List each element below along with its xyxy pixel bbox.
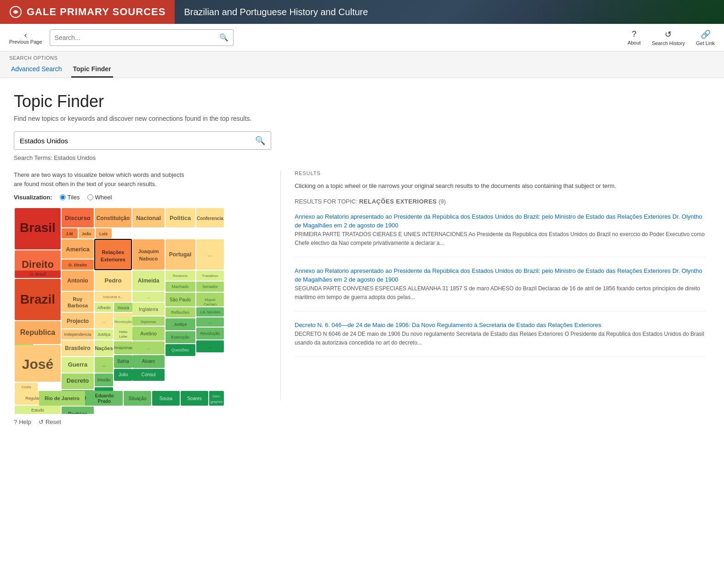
svg-text:Nabuco: Nabuco — [139, 256, 158, 261]
svg-text:Industria e...: Industria e... — [103, 295, 123, 299]
svg-text:Projecto: Projecto — [67, 318, 89, 324]
result-excerpt: SEGUNDA PARTE CONVENES ESPECIAES ALLEMAN… — [295, 284, 706, 302]
tab-topic-finder[interactable]: Topic Finder — [71, 62, 113, 78]
svg-text:...: ... — [102, 362, 106, 368]
result-excerpt: DECRETO N 6046 de 24 DE maio de 1906 Du … — [295, 330, 706, 347]
tiles-radio[interactable] — [60, 194, 66, 200]
result-title-link[interactable]: Annexo ao Relatorio apresentado ao Presi… — [295, 213, 702, 229]
svg-text:Souza: Souza — [117, 305, 129, 310]
help-icon: ? — [14, 418, 17, 425]
svg-text:Antonio: Antonio — [67, 277, 88, 284]
results-label: RESULTS — [295, 170, 710, 176]
svg-text:Julio: Julio — [119, 372, 128, 377]
get-link-label: Get Link — [696, 40, 715, 46]
about-button[interactable]: ? About — [627, 29, 641, 45]
two-column-layout: There are two ways to visualize below wh… — [14, 170, 710, 425]
svg-text:...: ... — [208, 344, 212, 349]
svg-text:Portugal: Portugal — [169, 251, 192, 258]
svg-text:Eduardo: Eduardo — [95, 393, 114, 398]
gale-logo: GALE PRIMARY SOURCES — [0, 0, 175, 24]
result-excerpt: PRIMEIRA PARTE TRATADOS CtERAES E UNIES … — [295, 230, 706, 248]
svg-text:Missão: Missão — [97, 378, 111, 382]
results-scroll-area[interactable]: Annexo ao Relatorio apresentado ao Presi… — [295, 212, 710, 367]
tiles-radio-label[interactable]: Tiles — [60, 194, 80, 201]
topic-search-box: 🔍 — [14, 131, 271, 150]
svg-text:...: ... — [147, 345, 150, 350]
svg-text:Barbosa: Barbosa — [68, 303, 88, 308]
svg-text:Prado: Prado — [98, 399, 111, 404]
reset-icon: ↺ — [39, 418, 44, 425]
svg-rect-29 — [132, 239, 165, 270]
svg-text:Helio: Helio — [119, 330, 128, 334]
svg-text:Nações: Nações — [95, 345, 113, 351]
main-search-box: 🔍 — [50, 29, 234, 46]
main-search-button[interactable]: 🔍 — [215, 33, 233, 42]
prev-page-button[interactable]: ‹ Previous Page — [9, 31, 42, 45]
reset-link[interactable]: ↺ Reset — [39, 418, 61, 425]
banner-title-area: Brazilian and Portuguese History and Cul… — [175, 0, 724, 24]
toolbar: ‹ Previous Page 🔍 ? About ↺ Search Histo… — [0, 24, 724, 51]
main-search-input[interactable] — [50, 34, 215, 41]
svg-text:Direito: Direito — [22, 259, 54, 270]
svg-text:Inglaterra: Inglaterra — [139, 307, 159, 312]
link-icon: 🔗 — [701, 29, 711, 40]
svg-text:...: ... — [102, 319, 106, 324]
svg-text:Machado: Machado — [171, 284, 188, 289]
left-panel: There are two ways to visualize below wh… — [14, 170, 280, 425]
chevron-left-icon: ‹ — [24, 31, 27, 39]
svg-text:Justiça: Justiça — [97, 332, 110, 337]
panel-footer: ? Help ↺ Reset — [14, 418, 271, 425]
svg-text:Independencia: Independencia — [64, 332, 91, 337]
visualization-label: Visualization: — [14, 194, 52, 201]
gale-logo-text: GALE PRIMARY SOURCES — [27, 6, 165, 18]
svg-text:Ruy: Ruy — [73, 296, 83, 302]
tiles-visualization: Brasil Discurso Constituição Nacional Po… — [14, 207, 225, 414]
topic-name-badge[interactable]: RELAÇÕES EXTERIORES — [359, 198, 437, 205]
svg-text:Execução: Execução — [171, 335, 189, 339]
svg-text:Carmen: Carmen — [204, 302, 217, 306]
svg-rect-54 — [62, 292, 94, 312]
svg-text:Sousa: Sousa — [160, 396, 173, 401]
topic-search-button[interactable]: 🔍 — [250, 136, 271, 146]
tiles-label: Tiles — [68, 194, 80, 201]
svg-text:O. Direito: O. Direito — [68, 263, 87, 267]
svg-text:Trabalhos: Trabalhos — [202, 274, 218, 278]
svg-text:Discurso: Discurso — [65, 215, 91, 221]
result-item: Decreto N. 6. 046—de 24 de Maio de 1906:… — [295, 321, 706, 357]
search-history-button[interactable]: ↺ Search History — [652, 29, 685, 46]
svg-text:Alvaro: Alvaro — [142, 359, 155, 364]
results-for-label: RESULTS FOR TOPIC: — [295, 198, 358, 205]
svg-text:Lobe: Lobe — [119, 334, 127, 339]
svg-text:Rodrigo: Rodrigo — [68, 411, 87, 414]
radio-group: Tiles Wheel — [60, 194, 112, 201]
svg-text:Soares: Soares — [187, 396, 202, 401]
result-title-link[interactable]: Annexo ao Relatorio apresentado ao Presi… — [295, 267, 702, 283]
svg-text:...: ... — [147, 294, 150, 299]
svg-text:Situação: Situação — [129, 396, 147, 401]
about-icon: ? — [632, 29, 637, 39]
tiles-svg: Brasil Discurso Constituição Nacional Po… — [14, 207, 225, 414]
gale-logo-icon — [9, 6, 22, 18]
wheel-radio-label[interactable]: Wheel — [87, 194, 112, 201]
svg-text:Questões: Questões — [171, 348, 189, 352]
svg-text:Consul: Consul — [141, 372, 155, 377]
right-panel: RESULTS Clicking on a topic wheel or til… — [280, 170, 710, 400]
svg-text:Republica: Republica — [20, 328, 56, 336]
help-link[interactable]: ? Help — [14, 418, 31, 425]
about-label: About — [627, 40, 641, 45]
get-link-button[interactable]: 🔗 Get Link — [696, 29, 715, 46]
svg-text:Geo-: Geo- — [212, 394, 221, 398]
svg-text:Relatorio: Relatorio — [173, 274, 188, 278]
svg-text:Rio de Janeiro: Rio de Janeiro — [45, 396, 80, 401]
topic-search-input[interactable] — [14, 137, 250, 145]
tab-advanced-search[interactable]: Advanced Search — [9, 62, 64, 78]
svg-text:Brasil: Brasil — [20, 220, 56, 235]
search-terms-label: Search Terms: Estados Unidos — [14, 154, 710, 161]
svg-text:J.M: J.M — [66, 232, 73, 236]
result-title-link[interactable]: Decreto N. 6. 046—de 24 de Maio de 1906:… — [295, 322, 601, 328]
wheel-radio[interactable] — [87, 194, 93, 200]
svg-text:Nacional: Nacional — [136, 215, 161, 221]
svg-text:Politica: Politica — [170, 215, 191, 221]
svg-text:Reflexões: Reflexões — [171, 310, 190, 315]
results-info: Clicking on a topic wheel or tile narrow… — [295, 181, 710, 191]
